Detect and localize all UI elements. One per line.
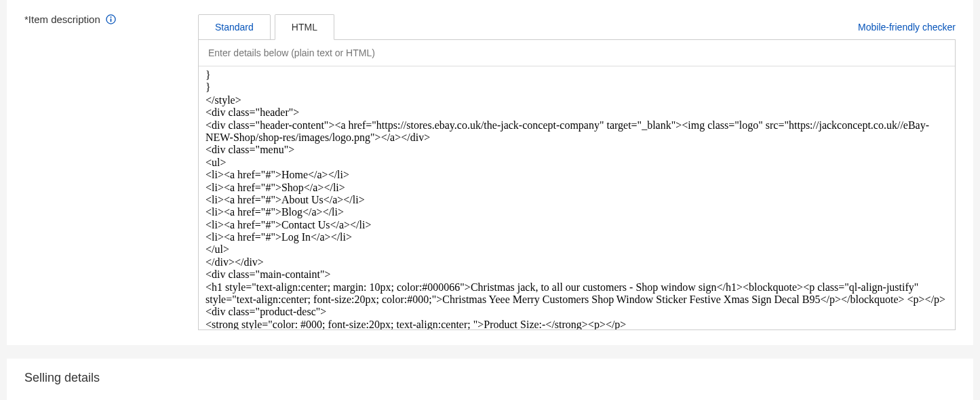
tab-standard[interactable]: Standard (198, 14, 271, 40)
svg-point-1 (110, 16, 111, 18)
field-label-column: *Item description (24, 12, 198, 26)
html-editor-box: Enter details below (plain text or HTML)… (198, 39, 956, 330)
html-editor-textarea[interactable]: } } </style> <div class="header"> <div c… (199, 66, 955, 329)
selling-details-panel: Selling details (7, 359, 973, 400)
editor-tabs-row: Standard HTML Mobile-friendly checker (198, 12, 956, 39)
item-description-label: *Item description (24, 14, 116, 25)
selling-details-title: Selling details (24, 371, 956, 385)
item-description-panel: *Item description Standard HTML (7, 0, 973, 345)
editor-placeholder-header: Enter details below (plain text or HTML) (199, 40, 955, 66)
mobile-friendly-checker-link[interactable]: Mobile-friendly checker (858, 22, 956, 39)
tab-html[interactable]: HTML (275, 14, 334, 40)
info-icon[interactable] (106, 14, 116, 26)
svg-rect-2 (111, 18, 112, 22)
